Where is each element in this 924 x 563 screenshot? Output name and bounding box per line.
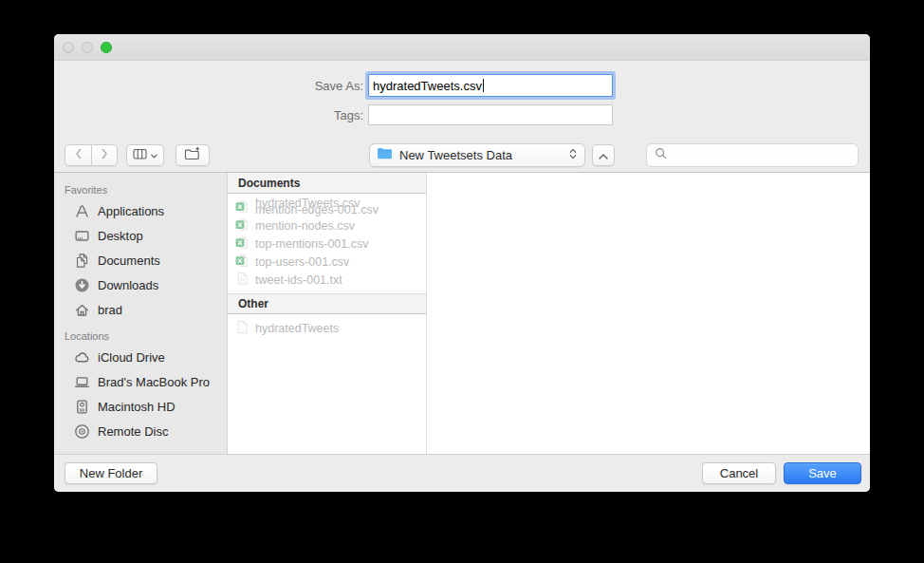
desktop-icon	[74, 228, 90, 244]
sidebar-item-label: Documents	[98, 253, 160, 268]
save-dialog-window: Save As: hydratedTweets.csv Tags:	[54, 34, 870, 492]
sidebar-item-macintosh-hd[interactable]: Macintosh HD	[65, 394, 227, 419]
sidebar-item-label: Brad's MacBook Pro	[98, 375, 210, 389]
sidebar-item-label: brad	[98, 303, 122, 317]
save-form: Save As: hydratedTweets.csv Tags:	[54, 61, 870, 139]
sidebar-item-applications[interactable]: Applications	[65, 198, 227, 223]
other-group-header: Other	[228, 293, 426, 314]
sidebar-item-label: Desktop	[98, 229, 143, 243]
up-directory-button[interactable]	[592, 144, 615, 166]
sidebar-item-brad[interactable]: brad	[65, 297, 227, 322]
screen-background: Save As: hydratedTweets.csv Tags:	[0, 0, 924, 563]
harddrive-icon	[74, 399, 90, 415]
sidebar-item-icloud-drive[interactable]: iCloud Drive	[65, 345, 227, 369]
file-row-mention-edges-001-csv: hydratedTweets.csvmention-edges-001.csv	[228, 197, 426, 216]
laptop-icon	[74, 374, 90, 390]
close-window-icon[interactable]	[63, 42, 74, 53]
new-folder-toolbar-button[interactable]	[176, 144, 210, 166]
file-name: top-users-001.csv	[255, 255, 349, 269]
save-as-value: hydratedTweets.csv	[373, 79, 482, 93]
chevron-left-icon	[74, 146, 83, 165]
bottom-bar: New Folder Cancel Save	[54, 454, 870, 492]
file-name: mention-nodes.csv	[255, 219, 355, 233]
documents-icon	[74, 253, 90, 269]
sidebar-item-label: Remote Disc	[98, 424, 168, 439]
applications-icon	[74, 203, 90, 219]
sidebar-item-downloads[interactable]: Downloads	[65, 272, 227, 297]
forward-button[interactable]	[91, 144, 118, 166]
search-field[interactable]	[646, 143, 859, 167]
file-row-top-mentions-001-csv: top-mentions-001.csv	[228, 234, 426, 252]
icloud-icon	[74, 349, 90, 366]
file-name: mention-edges-001.csv	[255, 203, 379, 216]
titlebar	[54, 34, 870, 61]
browser-content: Favorites ApplicationsDesktopDocumentsDo…	[54, 173, 870, 454]
txt-file-icon	[235, 272, 249, 286]
updown-stepper-icon	[568, 146, 578, 165]
documents-group-header: Documents	[228, 173, 426, 194]
file-name: top-mentions-001.csv	[255, 237, 369, 251]
downloads-icon	[74, 277, 90, 293]
sidebar-item-brad-s-macbook-pro[interactable]: Brad's MacBook Pro	[65, 369, 227, 394]
location-dropdown[interactable]: New Tweetsets Data	[369, 143, 585, 167]
empty-column	[427, 173, 870, 454]
save-as-label: Save As:	[54, 79, 363, 93]
chevron-down-icon	[150, 147, 158, 164]
sidebar: Favorites ApplicationsDesktopDocumentsDo…	[54, 173, 228, 454]
blank-file-icon	[235, 320, 249, 334]
new-folder-icon	[184, 146, 201, 165]
sidebar-item-label: Macintosh HD	[98, 400, 176, 414]
file-row-tweet-ids-001-txt: tweet-ids-001.txt	[228, 270, 426, 288]
sidebar-item-documents[interactable]: Documents	[65, 248, 227, 272]
nav-button-group	[65, 144, 118, 166]
tags-label: Tags:	[54, 108, 363, 122]
sidebar-item-label: iCloud Drive	[98, 350, 165, 365]
file-column: Documents hydratedTweets.csvmention-edge…	[228, 173, 427, 454]
sidebar-item-label: Applications	[98, 204, 164, 218]
sidebar-item-label: Downloads	[98, 278, 158, 292]
column-view-button[interactable]	[126, 144, 164, 166]
csv-file-icon	[235, 253, 249, 268]
cancel-button[interactable]: Cancel	[702, 462, 776, 484]
csv-file-icon	[235, 235, 249, 250]
columns-view-icon	[132, 146, 148, 165]
locations-list: iCloud DriveBrad's MacBook ProMacintosh …	[65, 345, 227, 443]
file-row-top-users-001-csv: top-users-001.csv	[228, 252, 426, 270]
location-dropdown-value: New Tweetsets Data	[399, 148, 568, 162]
disc-icon	[74, 423, 90, 440]
search-icon	[654, 146, 668, 164]
save-button[interactable]: Save	[784, 462, 861, 484]
text-caret	[483, 79, 484, 92]
file-name: hydratedTweets	[255, 322, 339, 335]
back-button[interactable]	[65, 144, 91, 166]
new-folder-button[interactable]: New Folder	[65, 462, 157, 484]
csv-file-icon	[235, 199, 249, 214]
file-name: tweet-ids-001.txt	[255, 273, 342, 287]
search-input[interactable]	[673, 148, 851, 162]
folder-icon	[377, 146, 393, 164]
csv-file-icon	[235, 217, 249, 232]
sidebar-item-remote-disc[interactable]: Remote Disc	[65, 419, 227, 443]
toolbar: New Tweetsets Data	[54, 139, 870, 173]
sidebar-item-desktop[interactable]: Desktop	[65, 223, 227, 248]
locations-header: Locations	[65, 330, 227, 342]
favorites-list: ApplicationsDesktopDocumentsDownloadsbra…	[65, 198, 227, 322]
tags-input[interactable]	[368, 104, 613, 125]
home-icon	[74, 302, 90, 318]
chevron-up-icon	[598, 147, 609, 164]
favorites-header: Favorites	[65, 184, 227, 196]
file-row-mention-nodes-csv: mention-nodes.csv	[228, 216, 426, 234]
save-as-input[interactable]: hydratedTweets.csv	[368, 74, 613, 97]
zoom-window-icon[interactable]	[101, 42, 112, 53]
minimize-window-icon[interactable]	[82, 42, 93, 53]
chevron-right-icon	[100, 146, 109, 165]
file-row-hydratedtweets: hydratedTweets	[228, 318, 426, 336]
documents-file-list: hydratedTweets.csvmention-edges-001.csvm…	[228, 194, 426, 290]
other-file-list: hydratedTweets	[228, 314, 426, 338]
